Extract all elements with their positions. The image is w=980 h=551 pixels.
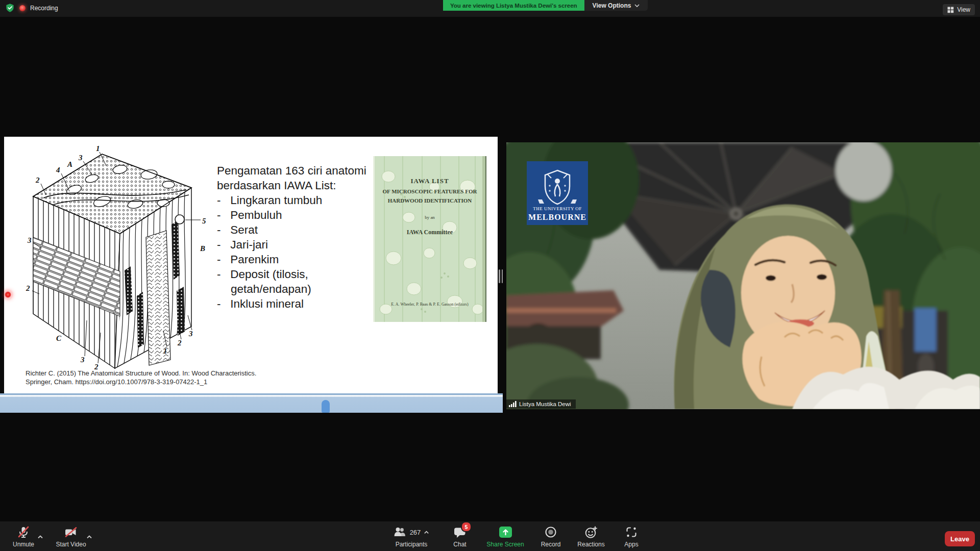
view-button[interactable]: View — [943, 4, 975, 15]
book-editors: E. A. Wheeler, P. Baas & P. E. Gasson (e… — [391, 302, 469, 307]
slide-bullet: - Parenkim — [217, 252, 366, 267]
shared-slide: 1 3 4 A 2 3 2 C 3 2 1 2 3 5 B — [4, 137, 498, 393]
slide-bottom-bar — [0, 393, 503, 413]
chevron-up-icon — [37, 535, 43, 539]
logo-text-line: THE UNIVERSITY OF — [533, 206, 582, 211]
citation-line: Springer, Cham. https://doi.org/10.1007/… — [26, 378, 256, 386]
slide-text-block: Pengamatan 163 ciri anatomi berdasarkan … — [217, 163, 366, 311]
grid-view-icon — [947, 7, 954, 13]
chevron-down-icon — [634, 4, 640, 7]
scroll-indicator — [322, 400, 330, 413]
chevron-up-icon[interactable] — [424, 531, 429, 534]
recording-dot-icon — [19, 5, 26, 11]
participant-name-tag: Listya Mustika Dewi — [506, 399, 576, 409]
unmute-label: Unmute — [13, 541, 34, 548]
apps-icon — [625, 525, 638, 539]
book-committee: IAWA Committee — [407, 229, 453, 236]
diagram-label: A — [67, 160, 72, 168]
recording-label: Recording — [30, 5, 58, 12]
share-screen-button[interactable]: Share Screen — [484, 525, 527, 548]
diagram-label: C — [56, 334, 62, 342]
slide-bullet: - Pembuluh — [217, 208, 366, 222]
record-icon — [544, 525, 557, 539]
slide-title-line: berdasarkan IAWA List: — [217, 178, 366, 193]
university-logo: THE UNIVERSITY OF MELBOURNE — [527, 161, 588, 225]
participants-icon — [394, 526, 407, 538]
citation-line: Richter C. (2015) The Anatomical Structu… — [26, 369, 256, 378]
screen-share-banner: You are viewing Listya Mustika Dewi's sc… — [443, 0, 584, 11]
video-frame: THE UNIVERSITY OF MELBOURNE — [506, 142, 980, 409]
slide-bullet: - Deposit (tilosis, — [217, 267, 366, 282]
recording-indicator: Recording — [5, 3, 58, 13]
diagram-label: 1 — [163, 347, 167, 355]
participants-count: 267 — [410, 529, 421, 536]
view-options-label: View Options — [593, 2, 631, 9]
slide-bullet: - Jari-jari — [217, 237, 366, 252]
iawa-book-cover: IAWA LIST OF MICROSCOPIC FEATURES FOR HA… — [373, 156, 486, 322]
book-title-line: IAWA LIST — [410, 177, 449, 185]
citation: Richter C. (2015) The Anatomical Structu… — [26, 369, 256, 386]
diagram-label: B — [200, 244, 205, 253]
reactions-label: Reactions — [577, 541, 604, 548]
bottom-toolbar: Unmute Start Video — [0, 521, 980, 551]
diagram-label: 2 — [177, 339, 182, 347]
share-screen-label: Share Screen — [486, 541, 524, 548]
book-title-line: OF MICROSCOPIC FEATURES FOR — [383, 188, 478, 194]
diagram-label: 3 — [78, 154, 83, 162]
diagram-label: 3 — [80, 356, 85, 364]
diagram-label: 2 — [26, 284, 30, 292]
diagram-label: 3 — [188, 330, 193, 338]
chat-label: Chat — [453, 541, 466, 548]
panel-divider-handle[interactable] — [499, 269, 503, 283]
view-options-button[interactable]: View Options — [584, 0, 648, 11]
leave-button[interactable]: Leave — [945, 531, 975, 546]
connection-signal-icon — [509, 401, 517, 407]
book-title-line: HARDWOOD IDENTIFICATION — [388, 197, 472, 204]
reactions-button[interactable]: Reactions — [571, 525, 611, 548]
wood-anatomy-diagram: 1 3 4 A 2 3 2 C 3 2 1 2 3 5 B — [15, 143, 214, 372]
slide-bullet-continuation: getah/endapan) — [217, 282, 366, 296]
diagram-label: 2 — [35, 176, 40, 184]
logo-text-line: MELBOURNE — [528, 213, 586, 221]
participant-name: Listya Mustika Dewi — [519, 401, 571, 407]
record-button[interactable]: Record — [533, 525, 569, 548]
start-video-label: Start Video — [56, 541, 86, 548]
speaker-video-tile: THE UNIVERSITY OF MELBOURNE Listya Musti… — [506, 142, 980, 409]
apps-button[interactable]: Apps — [616, 525, 647, 548]
chat-button[interactable]: 5 Chat — [442, 525, 478, 548]
slide-bullet: - Inklusi mineral — [217, 296, 366, 311]
share-screen-icon — [499, 526, 512, 538]
camera-muted-icon — [64, 525, 78, 539]
slide-bullet: - Lingkaran tumbuh — [217, 193, 366, 208]
unmute-button[interactable]: Unmute — [6, 525, 41, 548]
diagram-label: 3 — [27, 236, 32, 244]
chat-unread-badge: 5 — [461, 521, 472, 532]
video-options-chevron[interactable] — [86, 532, 92, 541]
slide-title-line: Pengamatan 163 ciri anatomi — [217, 163, 366, 178]
security-shield-icon[interactable] — [5, 3, 15, 13]
diagram-label: 4 — [56, 166, 60, 174]
slide-bullet: - Serat — [217, 222, 366, 237]
apps-label: Apps — [624, 541, 638, 548]
book-byline: by an — [425, 215, 435, 220]
laser-pointer-dot — [4, 291, 12, 298]
banner-row: You are viewing Listya Mustika Dewi's sc… — [443, 0, 648, 11]
participants-button[interactable]: 267 Participants — [383, 525, 439, 548]
diagram-label: 1 — [96, 144, 100, 153]
participants-label: Participants — [396, 541, 428, 548]
audio-options-chevron[interactable] — [37, 532, 43, 541]
mic-muted-icon — [17, 525, 30, 539]
chevron-up-icon — [86, 535, 92, 539]
reactions-icon — [584, 525, 598, 539]
view-label: View — [957, 6, 970, 13]
record-label: Record — [541, 541, 561, 548]
diagram-label: 5 — [202, 217, 206, 225]
zoom-meeting-window: Recording You are viewing Listya Mustika… — [0, 0, 980, 551]
top-bar: Recording You are viewing Listya Mustika… — [0, 0, 980, 17]
